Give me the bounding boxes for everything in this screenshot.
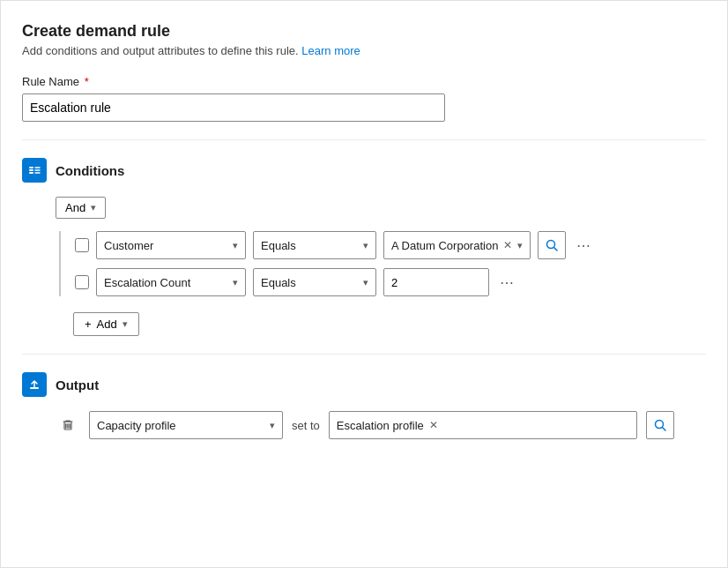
output-section-header: Output (22, 372, 706, 397)
condition-row-2-field-label: Escalation Count (104, 276, 190, 289)
and-chevron-icon: ▾ (91, 202, 96, 213)
conditions-section-header: Conditions (22, 158, 706, 183)
svg-line-4 (554, 248, 558, 251)
output-search-button[interactable] (646, 411, 674, 439)
rule-name-input[interactable] (22, 93, 445, 122)
condition-row-1-operator-dropdown[interactable]: Equals ▾ (253, 231, 376, 259)
condition-row-2-operator-label: Equals (261, 276, 296, 289)
condition-rows: Customer ▾ Equals ▾ A Datum Corporation … (59, 231, 706, 296)
condition-row-1-value-text: A Datum Corporation (391, 239, 498, 252)
condition-row-2-operator-dropdown[interactable]: Equals ▾ (253, 268, 376, 296)
output-value-text: Escalation profile (337, 419, 424, 432)
and-label: And (65, 201, 85, 214)
condition-row-1-value-tag: A Datum Corporation ✕ ▾ (383, 231, 531, 259)
condition-row-2-operator-chevron-icon: ▾ (363, 277, 368, 288)
condition-row-2: Escalation Count ▾ Equals ▾ ⋯ (75, 268, 706, 296)
svg-rect-6 (65, 423, 67, 429)
condition-row-2-field-chevron-icon: ▾ (233, 277, 238, 288)
svg-rect-0 (29, 167, 33, 168)
svg-rect-5 (30, 387, 39, 389)
required-indicator: * (81, 75, 89, 88)
condition-row-1-field-chevron-icon: ▾ (233, 240, 238, 251)
condition-row-1-field-dropdown[interactable]: Customer ▾ (96, 231, 246, 259)
condition-row-1-more-button[interactable]: ⋯ (573, 237, 594, 254)
and-dropdown[interactable]: And ▾ (56, 197, 106, 219)
condition-row-1-operator-chevron-icon: ▾ (363, 240, 368, 251)
set-to-label: set to (292, 419, 320, 432)
page-subtitle: Add conditions and output attributes to … (22, 44, 706, 57)
output-value-field: Escalation profile ✕ (329, 411, 637, 439)
output-delete-button[interactable] (56, 413, 80, 437)
conditions-title: Conditions (56, 163, 124, 178)
condition-row-2-checkbox[interactable] (75, 275, 89, 289)
output-field-chevron-icon: ▾ (270, 420, 275, 431)
condition-row-1-field-label: Customer (104, 239, 153, 252)
condition-row-2-value-input[interactable] (383, 268, 489, 296)
add-label: Add (97, 318, 117, 331)
search-icon (546, 239, 558, 251)
output-field-dropdown[interactable]: Capacity profile ▾ (89, 411, 283, 439)
learn-more-link[interactable]: Learn more (301, 44, 360, 57)
condition-row-1-value-chevron-icon: ▾ (517, 240, 523, 251)
svg-rect-8 (67, 423, 69, 429)
condition-row-1-search-button[interactable] (538, 231, 566, 259)
add-icon: + (85, 318, 92, 331)
divider-1 (22, 139, 706, 140)
svg-rect-7 (70, 423, 71, 429)
svg-rect-1 (29, 169, 33, 171)
condition-row-1-value-close-icon[interactable]: ✕ (503, 239, 512, 251)
search-icon (654, 419, 666, 431)
output-row: Capacity profile ▾ set to Escalation pro… (56, 411, 706, 439)
condition-row-2-more-button[interactable]: ⋯ (496, 274, 517, 291)
output-field-label: Capacity profile (97, 419, 176, 432)
output-icon (22, 372, 47, 397)
condition-row-1: Customer ▾ Equals ▾ A Datum Corporation … (75, 231, 706, 259)
svg-rect-2 (29, 172, 33, 174)
add-chevron-icon: ▾ (123, 318, 128, 330)
page-title: Create demand rule (22, 22, 706, 41)
conditions-icon (22, 158, 47, 183)
condition-row-1-operator-label: Equals (261, 239, 296, 252)
output-title: Output (56, 377, 99, 392)
divider-2 (22, 354, 706, 355)
output-value-close-icon[interactable]: ✕ (429, 419, 438, 431)
condition-row-2-field-dropdown[interactable]: Escalation Count ▾ (96, 268, 246, 296)
rule-name-label: Rule Name * (22, 75, 706, 88)
add-condition-button[interactable]: + Add ▾ (73, 312, 139, 336)
trash-icon (61, 418, 75, 432)
condition-row-1-checkbox[interactable] (75, 238, 89, 252)
output-section: Output Capacity profile ▾ set to Escalat… (22, 372, 706, 439)
svg-line-11 (662, 428, 665, 431)
